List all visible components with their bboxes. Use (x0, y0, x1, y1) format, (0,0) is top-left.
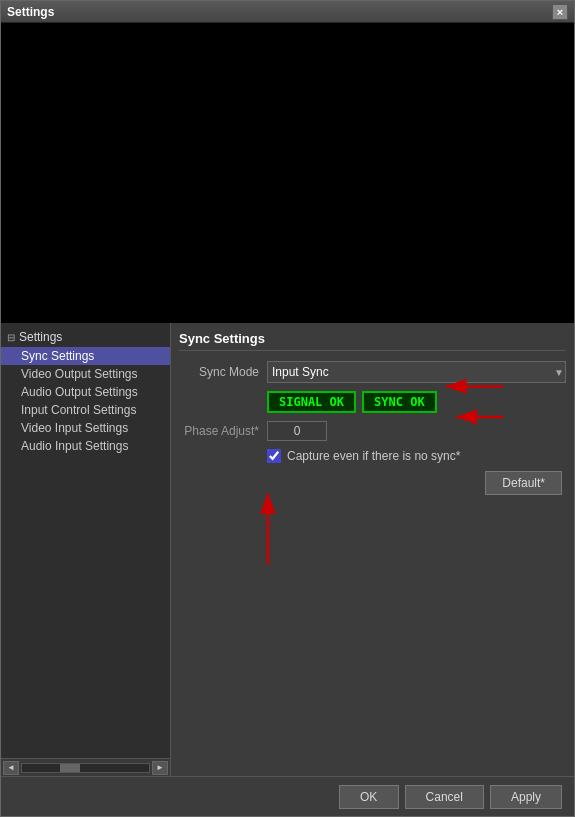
cancel-button[interactable]: Cancel (405, 785, 484, 809)
scroll-track[interactable] (21, 763, 150, 773)
preview-area (1, 23, 574, 323)
sync-mode-select[interactable]: Input Sync Free Run External (267, 361, 566, 383)
default-button[interactable]: Default* (485, 471, 562, 495)
sidebar-item-audio-output[interactable]: Audio Output Settings (1, 383, 170, 401)
phase-adjust-label: Phase Adjust* (179, 424, 259, 438)
settings-dialog: Settings × ⊟ Settings Sync Settings Vide… (0, 0, 575, 817)
sidebar-item-input-control[interactable]: Input Control Settings (1, 401, 170, 419)
window-title: Settings (7, 5, 54, 19)
sidebar-item-video-input[interactable]: Video Input Settings (1, 419, 170, 437)
scroll-right-button[interactable]: ► (152, 761, 168, 775)
capture-checkbox[interactable] (267, 449, 281, 463)
capture-checkbox-label: Capture even if there is no sync* (287, 449, 460, 463)
panel-title: Sync Settings (179, 331, 566, 351)
sidebar-root: ⊟ Settings (1, 327, 170, 347)
close-button[interactable]: × (552, 4, 568, 20)
signal-ok-button: SIGNAL OK (267, 391, 356, 413)
sync-ok-button: SYNC OK (362, 391, 437, 413)
status-row: SIGNAL OK SYNC OK (179, 391, 566, 413)
sidebar-root-label: Settings (19, 330, 62, 344)
scroll-thumb[interactable] (60, 764, 80, 772)
sidebar-item-sync-settings[interactable]: Sync Settings (1, 347, 170, 365)
bottom-bar: OK Cancel Apply (1, 776, 574, 816)
apply-button[interactable]: Apply (490, 785, 562, 809)
main-content: ⊟ Settings Sync Settings Video Output Se… (1, 323, 574, 776)
title-bar: Settings × (1, 1, 574, 23)
sidebar-item-video-output[interactable]: Video Output Settings (1, 365, 170, 383)
checkbox-row: Capture even if there is no sync* (179, 449, 566, 463)
sync-mode-row: Sync Mode Input Sync Free Run External ▼ (179, 361, 566, 383)
default-btn-row: Default* (179, 471, 566, 495)
sidebar-scrollbar: ◄ ► (1, 758, 170, 776)
form-area: Sync Mode Input Sync Free Run External ▼… (179, 361, 566, 768)
scroll-left-button[interactable]: ◄ (3, 761, 19, 775)
sync-mode-label: Sync Mode (179, 365, 259, 379)
right-panel: Sync Settings Sync Mode Input Sync Free … (171, 323, 574, 776)
sidebar-item-audio-input[interactable]: Audio Input Settings (1, 437, 170, 455)
phase-adjust-input[interactable] (267, 421, 327, 441)
ok-button[interactable]: OK (339, 785, 399, 809)
sidebar: ⊟ Settings Sync Settings Video Output Se… (1, 323, 171, 776)
sync-mode-select-wrapper: Input Sync Free Run External ▼ (267, 361, 566, 383)
sidebar-tree: ⊟ Settings Sync Settings Video Output Se… (1, 323, 170, 758)
expand-icon: ⊟ (7, 332, 15, 343)
phase-row: Phase Adjust* (179, 421, 566, 441)
